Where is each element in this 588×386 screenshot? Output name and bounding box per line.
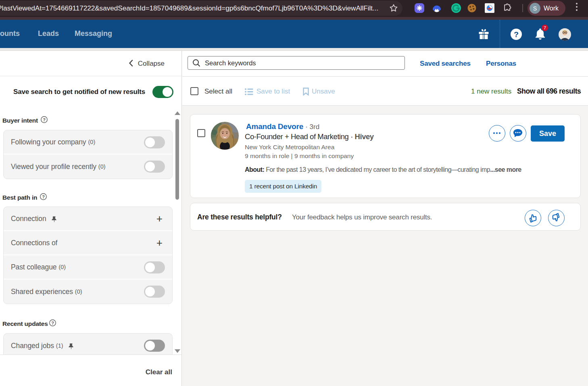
svg-text:?: ? bbox=[51, 321, 54, 325]
svg-text:?: ? bbox=[514, 30, 519, 39]
svg-text:?: ? bbox=[43, 117, 46, 122]
svg-text:?: ? bbox=[42, 194, 45, 199]
